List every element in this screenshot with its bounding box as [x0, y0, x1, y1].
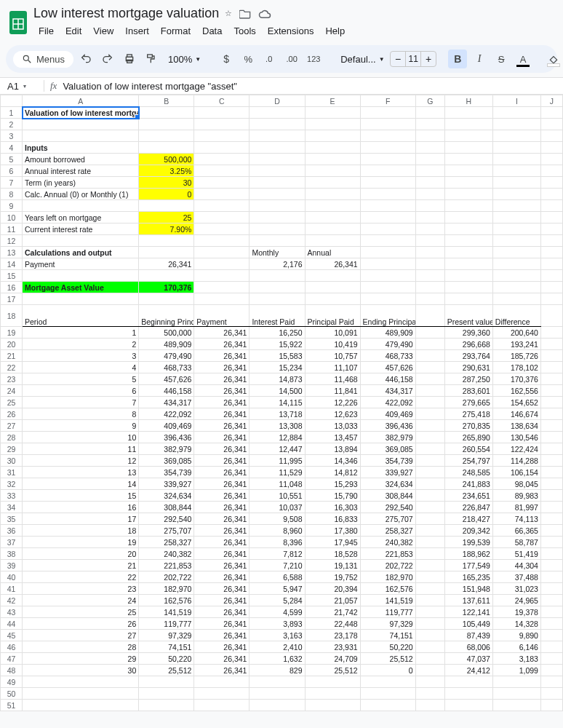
- cell[interactable]: Period: [23, 305, 139, 327]
- cell[interactable]: 15,922: [249, 339, 305, 350]
- cell[interactable]: 185,726: [492, 350, 540, 362]
- row-header[interactable]: 5: [1, 154, 23, 165]
- cell[interactable]: [415, 339, 444, 350]
- cell[interactable]: [415, 408, 444, 420]
- cell[interactable]: [139, 676, 194, 688]
- cell[interactable]: 178,102: [492, 362, 540, 373]
- cell[interactable]: Valuation of low interest mortgage "asse…: [23, 107, 139, 119]
- cell[interactable]: 23: [23, 583, 139, 595]
- cell[interactable]: 17: [23, 513, 139, 525]
- cell[interactable]: 218,427: [444, 513, 492, 525]
- cell[interactable]: [415, 653, 444, 665]
- cell[interactable]: 14,500: [249, 385, 305, 397]
- cell[interactable]: 457,626: [139, 373, 194, 385]
- cell[interactable]: [444, 235, 492, 247]
- cell[interactable]: [415, 282, 444, 293]
- cell[interactable]: 3,163: [249, 630, 305, 641]
- cell[interactable]: 122,141: [444, 606, 492, 618]
- menu-data[interactable]: Data: [197, 23, 227, 39]
- cell[interactable]: [23, 270, 139, 282]
- cell[interactable]: [415, 490, 444, 502]
- col-header-E[interactable]: E: [305, 95, 360, 107]
- cell[interactable]: [415, 385, 444, 397]
- cell[interactable]: 31,023: [492, 583, 540, 595]
- cell[interactable]: 11,995: [249, 455, 305, 467]
- cell[interactable]: [249, 676, 305, 688]
- cell[interactable]: 240,382: [139, 548, 194, 560]
- cell[interactable]: 299,360: [444, 327, 492, 339]
- zoom-dropdown[interactable]: 100% ▼: [164, 54, 205, 65]
- cell[interactable]: [540, 247, 562, 258]
- cell[interactable]: [492, 212, 540, 223]
- row-header[interactable]: 41: [1, 583, 23, 595]
- cell[interactable]: [194, 119, 249, 130]
- cell[interactable]: 21,742: [305, 606, 360, 618]
- cell[interactable]: [305, 688, 360, 700]
- cell[interactable]: 1: [23, 327, 139, 339]
- row-header[interactable]: 40: [1, 571, 23, 583]
- cell[interactable]: 25,512: [139, 665, 194, 676]
- cell[interactable]: 258,327: [360, 525, 415, 537]
- cell[interactable]: 13,033: [305, 420, 360, 432]
- cell[interactable]: [249, 270, 305, 282]
- cell[interactable]: [540, 397, 562, 408]
- row-header[interactable]: 19: [1, 327, 23, 339]
- cell[interactable]: 26,341: [139, 258, 194, 270]
- menu-edit[interactable]: Edit: [60, 23, 87, 39]
- cell[interactable]: [139, 119, 194, 130]
- cell[interactable]: 8,960: [249, 525, 305, 537]
- cell[interactable]: 24,709: [305, 653, 360, 665]
- cell[interactable]: 202,722: [139, 571, 194, 583]
- cell[interactable]: 182,970: [360, 571, 415, 583]
- cell[interactable]: [139, 107, 194, 119]
- cell[interactable]: 9: [23, 420, 139, 432]
- cell[interactable]: 50,220: [139, 653, 194, 665]
- cell[interactable]: Ending Principal: [360, 305, 415, 327]
- cell[interactable]: 500,000: [139, 154, 194, 165]
- cell[interactable]: [444, 200, 492, 212]
- cell[interactable]: [194, 676, 249, 688]
- cell[interactable]: 51,419: [492, 548, 540, 560]
- cell[interactable]: 119,777: [139, 618, 194, 630]
- cell[interactable]: 409,469: [360, 408, 415, 420]
- cell[interactable]: 324,634: [139, 490, 194, 502]
- cell[interactable]: 12,447: [249, 443, 305, 455]
- cell[interactable]: [194, 200, 249, 212]
- cell[interactable]: [444, 154, 492, 165]
- move-icon[interactable]: [239, 9, 251, 19]
- cell[interactable]: 15: [23, 490, 139, 502]
- cell[interactable]: [194, 154, 249, 165]
- col-header-D[interactable]: D: [249, 95, 305, 107]
- row-header[interactable]: 13: [1, 247, 23, 258]
- cell[interactable]: 409,469: [139, 420, 194, 432]
- cell[interactable]: [249, 154, 305, 165]
- cell[interactable]: Annual interest rate: [23, 165, 139, 177]
- cell[interactable]: [540, 142, 562, 154]
- cell[interactable]: [305, 165, 360, 177]
- cell[interactable]: [415, 571, 444, 583]
- cell[interactable]: 3,893: [249, 618, 305, 630]
- cell[interactable]: [540, 119, 562, 130]
- cell[interactable]: 446,158: [360, 373, 415, 385]
- cell[interactable]: 20,394: [305, 583, 360, 595]
- cell[interactable]: Difference: [492, 305, 540, 327]
- cell[interactable]: [444, 282, 492, 293]
- cell[interactable]: [194, 247, 249, 258]
- row-header[interactable]: 20: [1, 339, 23, 350]
- cell[interactable]: 10: [23, 432, 139, 443]
- cell[interactable]: 279,665: [444, 397, 492, 408]
- cell[interactable]: 12,623: [305, 408, 360, 420]
- cell[interactable]: [249, 700, 305, 711]
- cell[interactable]: 221,853: [139, 560, 194, 571]
- row-header[interactable]: 32: [1, 478, 23, 490]
- cell[interactable]: [415, 154, 444, 165]
- cell[interactable]: 18: [23, 525, 139, 537]
- cell[interactable]: [444, 247, 492, 258]
- cell[interactable]: [23, 293, 139, 305]
- cell[interactable]: 74,151: [360, 630, 415, 641]
- cell[interactable]: 26,341: [194, 385, 249, 397]
- cell[interactable]: 20: [23, 548, 139, 560]
- cell[interactable]: [305, 200, 360, 212]
- cell[interactable]: 27: [23, 630, 139, 641]
- cell[interactable]: 308,844: [360, 490, 415, 502]
